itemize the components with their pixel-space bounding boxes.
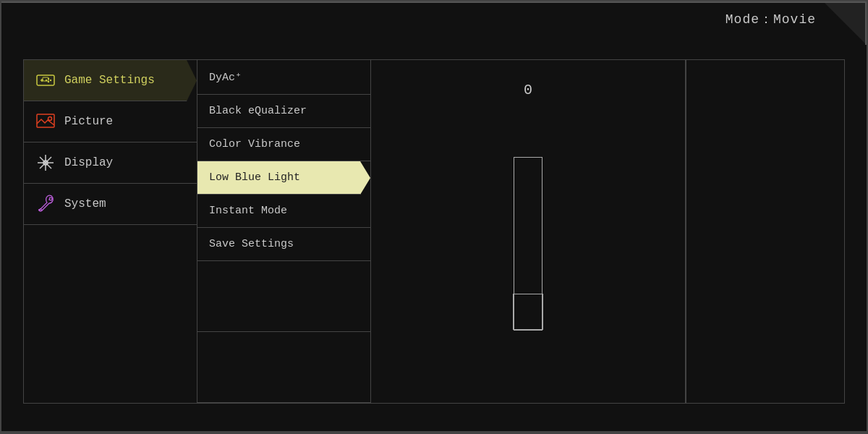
picture-icon [35, 111, 56, 132]
slider-panel: 0 [370, 59, 686, 404]
system-icon [35, 194, 56, 214]
mode-label: Mode：Movie [726, 10, 816, 27]
game-icon [35, 70, 56, 90]
menu-item-color-vibrance[interactable]: Color Vibrance [197, 128, 370, 161]
menu-list: DyAc⁺ Black eQualizer Color Vibrance Low… [197, 59, 370, 404]
monitor-screen: Mode：Movie [0, 0, 868, 434]
sidebar-label-system: System [64, 197, 106, 210]
display-icon [35, 153, 56, 173]
main-content: Game Settings Picture [23, 59, 845, 404]
menu-item-empty-2 [197, 332, 370, 403]
sidebar-label-display: Display [64, 156, 113, 169]
bottom-bar-decoration [1, 431, 867, 433]
sidebar-label-picture: Picture [64, 115, 113, 128]
sidebar: Game Settings Picture [23, 59, 197, 404]
menu-item-black-equalizer[interactable]: Black eQualizer [197, 95, 370, 128]
top-bar-decoration [1, 1, 823, 3]
svg-point-16 [40, 209, 42, 211]
corner-decoration [823, 1, 867, 45]
menu-item-instant-mode[interactable]: Instant Mode [197, 195, 370, 228]
menu-item-save-settings[interactable]: Save Settings [197, 228, 370, 261]
sidebar-item-system[interactable]: System [24, 184, 197, 225]
menu-item-empty-1 [197, 261, 370, 332]
right-panel [686, 59, 845, 404]
menu-item-low-blue-light[interactable]: Low Blue Light [197, 161, 370, 195]
slider-track-container [514, 106, 542, 403]
svg-point-10 [48, 117, 52, 121]
sidebar-item-display[interactable]: Display [24, 142, 197, 184]
menu-item-dyac[interactable]: DyAc⁺ [197, 60, 370, 95]
sidebar-label-game-settings: Game Settings [64, 74, 155, 87]
slider-thumb[interactable] [513, 294, 543, 330]
slider-value: 0 [524, 82, 532, 98]
slider-track[interactable] [514, 157, 542, 331]
sidebar-item-game-settings[interactable]: Game Settings [24, 60, 197, 101]
svg-point-5 [50, 80, 51, 81]
sidebar-item-picture[interactable]: Picture [24, 101, 197, 142]
